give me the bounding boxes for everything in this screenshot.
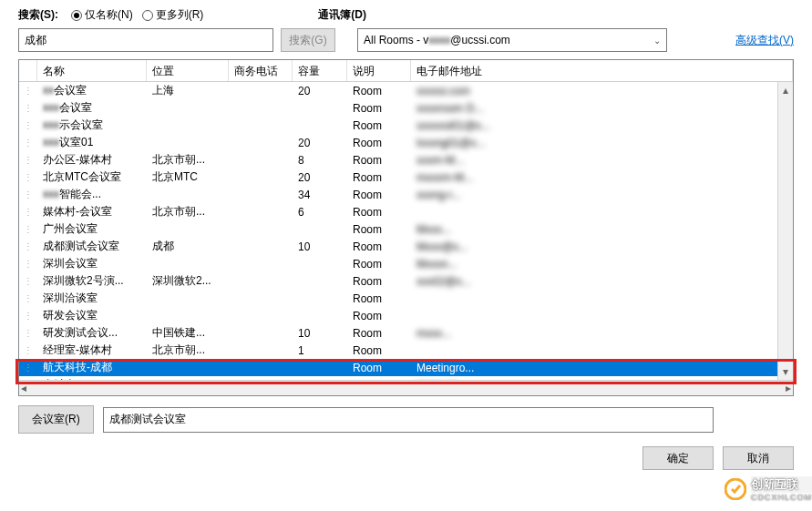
scroll-up-icon[interactable]: ▴ <box>783 84 788 97</box>
cell-email: Mxxx... <box>411 223 793 236</box>
cell-desc: Room <box>347 379 411 381</box>
cell-email: xxx02@x... <box>411 275 793 288</box>
table-row[interactable]: ⋮北京MTC会议室北京MTC20Roommxxxm-M... <box>19 169 793 186</box>
cell-desc: Room <box>347 258 411 271</box>
table-row[interactable]: ⋮广州会议室RoomMxxx... <box>19 220 793 238</box>
cell-desc: Room <box>347 327 411 340</box>
col-name[interactable]: 名称 <box>37 60 147 81</box>
table-row[interactable]: ⋮xxx会议室Roomxxxxroom D... <box>19 99 793 117</box>
table-row[interactable]: ⋮航天科技-成都RoomMeetingro... <box>19 359 793 376</box>
search-button[interactable]: 搜索(G) <box>281 28 335 52</box>
cell-email: Mxxx@x... <box>411 240 793 253</box>
table-row[interactable]: ⋮xxx智能会...34Roomxxxng-r... <box>19 186 793 203</box>
table-row[interactable]: ⋮经理室-媒体村北京市朝...1Room <box>19 342 793 359</box>
cell-desc: Room <box>347 171 411 184</box>
watermark-sub: CDCXHLCOM <box>751 493 812 502</box>
cell-email: mxxx... <box>411 327 793 340</box>
table-row[interactable]: ⋮媒体村-会议室北京市朝...6Room <box>19 203 793 220</box>
cell-name: 航天科技-成都 <box>37 360 147 375</box>
table-row[interactable]: ⋮深圳微软2号演...深圳微软2...Roomxxx02@x... <box>19 272 793 290</box>
radio-more-columns[interactable]: 更多列(R) <box>142 7 204 23</box>
cell-name: 研发测试会议... <box>37 325 147 341</box>
table-row[interactable]: ⋮办公区-媒体村北京市朝...8Roomxxxm-M... <box>19 151 793 169</box>
col-capacity[interactable]: 容量 <box>293 60 347 81</box>
col-location[interactable]: 位置 <box>147 60 229 81</box>
cell-name: xxx议室01 <box>37 135 147 150</box>
cell-name: 媒体村-会议室 <box>37 204 147 220</box>
ok-button[interactable]: 确定 <box>642 446 714 470</box>
row-handle-icon: ⋮ <box>19 276 37 286</box>
row-handle-icon: ⋮ <box>19 241 37 251</box>
col-email[interactable]: 电子邮件地址 <box>411 60 793 81</box>
table-row[interactable]: ⋮研发测试会议...中国铁建...10Roommxxx... <box>19 324 793 342</box>
row-handle-icon: ⋮ <box>19 224 37 234</box>
radio-label: 更多列(R) <box>156 7 204 23</box>
cell-name: 深圳微软2号演... <box>37 273 147 289</box>
row-handle-icon: ⋮ <box>19 189 37 199</box>
cell-location: 北京市朝... <box>147 152 229 168</box>
row-handle-icon: ⋮ <box>19 293 37 303</box>
row-handle-icon: ⋮ <box>19 155 37 165</box>
rooms-button[interactable]: 会议室(R) <box>18 405 94 434</box>
cell-capacity: 20 <box>293 137 347 149</box>
cell-desc: Room <box>347 362 411 374</box>
cell-name: 研发会议室 <box>37 308 147 323</box>
selected-rooms-input[interactable] <box>103 407 714 433</box>
advanced-find-link[interactable]: 高级查找(V) <box>735 33 794 48</box>
search-label: 搜索(S): <box>18 7 58 23</box>
cell-email: xxxxroom D... <box>411 102 793 115</box>
radio-dot-icon <box>142 10 153 21</box>
table-row[interactable]: ⋮xxx示会议室Roomsxxxxst01@x... <box>19 117 793 134</box>
cell-email: xxxng-r... <box>411 189 793 201</box>
cell-email: lxxxng01@x... <box>411 137 793 149</box>
cell-name: 深圳会议室 <box>37 256 147 271</box>
cell-capacity: 20 <box>293 171 347 184</box>
horizontal-scrollbar[interactable]: ◂ ▸ <box>19 380 793 395</box>
cell-name: 北京MTC会议室 <box>37 169 147 185</box>
cell-desc: Room <box>347 137 411 149</box>
row-handle-icon: ⋮ <box>19 328 37 338</box>
cell-name: xx会议室 <box>37 83 147 98</box>
addressbook-dropdown[interactable]: All Rooms - vxxxx@ucssi.com ⌄ <box>357 28 667 52</box>
row-handle-icon: ⋮ <box>19 345 37 355</box>
results-table: 名称 位置 商务电话 容量 说明 电子邮件地址 ⋮xx会议室上海20Roomxx… <box>18 59 794 396</box>
cell-location: 成都 <box>147 239 229 254</box>
cell-capacity: 1 <box>293 344 347 357</box>
cell-desc: Room <box>347 310 411 322</box>
row-handle-icon: ⋮ <box>19 259 37 269</box>
cell-desc: Room <box>347 240 411 253</box>
scroll-down-icon[interactable]: ▾ <box>783 365 788 378</box>
scroll-right-icon[interactable]: ▸ <box>786 382 791 394</box>
cell-name: 办公区-媒体村 <box>37 152 147 168</box>
col-phone[interactable]: 商务电话 <box>229 60 293 81</box>
cell-location: 北京市朝... <box>147 204 229 220</box>
cell-desc: Room <box>347 292 411 305</box>
cancel-button[interactable]: 取消 <box>723 446 794 470</box>
search-input[interactable] <box>18 28 273 52</box>
table-row[interactable]: ⋮xxx议室0120Roomlxxxng01@x... <box>19 134 793 151</box>
cell-desc: Room <box>347 344 411 357</box>
cell-email: xxxm-M... <box>411 154 793 167</box>
table-row[interactable]: ⋮研发会议室Room <box>19 307 793 324</box>
vertical-scrollbar[interactable]: ▴ ▾ <box>777 82 793 380</box>
cell-capacity: 10 <box>293 327 347 340</box>
row-handle-icon: ⋮ <box>19 86 37 96</box>
cell-email: sxxxxst01@x... <box>411 119 793 132</box>
table-header: 名称 位置 商务电话 容量 说明 电子邮件地址 <box>19 60 793 82</box>
cell-email: Mxxxn... <box>411 258 793 271</box>
table-row[interactable]: ⋮成都测试会议室成都10RoomMxxx@x... <box>19 238 793 255</box>
table-row[interactable]: ⋮深圳会议室RoomMxxxn... <box>19 255 793 272</box>
cell-location: 中国铁建... <box>147 325 229 341</box>
cell-name: xxx示会议室 <box>37 118 147 133</box>
cell-email: mxxx-qc... <box>411 379 793 381</box>
cell-name: 深圳洽谈室 <box>37 291 147 306</box>
table-row[interactable]: ⋮青城山Roommxxx-qc... <box>19 376 793 380</box>
table-row[interactable]: ⋮xx会议室上海20Roomxxxxsi.com <box>19 82 793 99</box>
table-row[interactable]: ⋮深圳洽谈室Room <box>19 290 793 307</box>
cell-desc: Room <box>347 275 411 288</box>
col-desc[interactable]: 说明 <box>347 60 411 81</box>
row-handle-icon: ⋮ <box>19 207 37 217</box>
cell-email: Meetingro... <box>411 362 793 374</box>
radio-name-only[interactable]: 仅名称(N) <box>71 7 133 23</box>
scroll-left-icon[interactable]: ◂ <box>21 382 26 394</box>
